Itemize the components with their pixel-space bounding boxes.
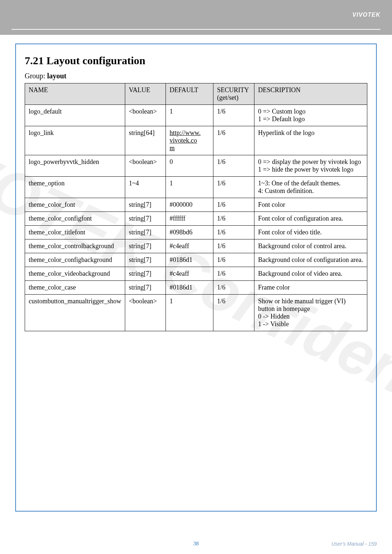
table-header-row: NAME VALUE DEFAULT SECURITY (get/set) DE… [25, 83, 367, 105]
cell-name: theme_color_configfont [25, 212, 125, 226]
table-row: theme_color_configfontstring[7]#ffffff1/… [25, 212, 367, 226]
cell-value: 1~4 [125, 177, 166, 198]
cell-name: theme_color_case [25, 281, 125, 295]
cell-value: string[7] [125, 212, 166, 226]
cell-value: <boolean> [125, 105, 166, 126]
cell-security: 1/6 [213, 226, 254, 239]
page-footer: 38 User's Manual - 159 [0, 541, 392, 547]
cell-security: 1/6 [213, 281, 254, 295]
header-separator [12, 29, 380, 30]
cell-default: #000000 [166, 198, 213, 212]
col-header-name: NAME [25, 83, 125, 105]
cell-name: theme_color_configbackground [25, 253, 125, 267]
cell-description: 0 => Custom logo 1 => Default logo [254, 105, 367, 126]
cell-security: 1/6 [213, 253, 254, 267]
cell-description: 1~3: One of the default themes. 4: Custo… [254, 177, 367, 198]
cell-value: string[7] [125, 226, 166, 239]
cell-value: string[7] [125, 198, 166, 212]
col-header-default: DEFAULT [166, 83, 213, 105]
table-row: theme_color_fontstring[7]#0000001/6Font … [25, 198, 367, 212]
cell-value: <boolean> [125, 295, 166, 331]
cell-name: logo_powerbyvvtk_hidden [25, 155, 125, 177]
cell-default: #0186d1 [166, 253, 213, 267]
inner-page-number: 38 [136, 541, 256, 547]
cell-default: #098bd6 [166, 226, 213, 239]
cell-security: 1/6 [213, 239, 254, 253]
table-row: logo_linkstring[64]http://www.vivotek.co… [25, 126, 367, 155]
default-link[interactable]: m [170, 144, 175, 152]
group-label: Group: [25, 72, 47, 80]
cell-default: #c4eaff [166, 267, 213, 281]
cell-default: 1 [166, 105, 213, 126]
table-row: theme_color_titlefontstring[7]#098bd61/6… [25, 226, 367, 239]
cell-default: #0186d1 [166, 281, 213, 295]
cell-default: 1 [166, 295, 213, 331]
table-row: logo_default<boolean>11/60 => Custom log… [25, 105, 367, 126]
cell-description: Frame color [254, 281, 367, 295]
table-row: custombutton_manualtrigger_show<boolean>… [25, 295, 367, 331]
cell-name: theme_color_font [25, 198, 125, 212]
cell-security: 1/6 [213, 105, 254, 126]
config-table: NAME VALUE DEFAULT SECURITY (get/set) DE… [25, 83, 367, 331]
content-frame: VIVOTEK Confidential 7.21 Layout configu… [15, 44, 377, 512]
cell-description: 0 => display the power by vivotek logo 1… [254, 155, 367, 177]
table-row: theme_color_controlbackgroundstring[7]#c… [25, 239, 367, 253]
cell-name: custombutton_manualtrigger_show [25, 295, 125, 331]
col-header-security: SECURITY (get/set) [213, 83, 254, 105]
table-row: theme_option1~411/61~3: One of the defau… [25, 177, 367, 198]
table-row: theme_color_configbackgroundstring[7]#01… [25, 253, 367, 267]
cell-default: http://www.vivotek.com [166, 126, 213, 155]
cell-description: Hyperlink of the logo [254, 126, 367, 155]
default-link[interactable]: http://www. [170, 129, 200, 136]
cell-security: 1/6 [213, 155, 254, 177]
cell-description: Font color of video title. [254, 226, 367, 239]
section-heading: 7.21 Layout configuration [25, 54, 367, 67]
cell-security: 1/6 [213, 295, 254, 331]
group-name: layout [47, 72, 66, 80]
table-row: theme_color_casestring[7]#0186d11/6Frame… [25, 281, 367, 295]
cell-security: 1/6 [213, 198, 254, 212]
cell-description: Font color of configuration area. [254, 212, 367, 226]
cell-security: 1/6 [213, 267, 254, 281]
brand-label: VIVOTEK [352, 12, 380, 18]
cell-name: logo_default [25, 105, 125, 126]
cell-default: 0 [166, 155, 213, 177]
cell-name: theme_option [25, 177, 125, 198]
table-row: logo_powerbyvvtk_hidden<boolean>01/60 =>… [25, 155, 367, 177]
manual-page-label: User's Manual - 159 [256, 541, 377, 547]
cell-value: string[7] [125, 253, 166, 267]
page-header-band: VIVOTEK [0, 0, 392, 35]
cell-value: <boolean> [125, 155, 166, 177]
cell-security: 1/6 [213, 212, 254, 226]
cell-value: string[7] [125, 267, 166, 281]
cell-value: string[7] [125, 281, 166, 295]
cell-default: #c4eaff [166, 239, 213, 253]
cell-description: Background color of video area. [254, 267, 367, 281]
cell-description: Font color [254, 198, 367, 212]
cell-description: Background color of control area. [254, 239, 367, 253]
col-header-value: VALUE [125, 83, 166, 105]
col-header-description: DESCRIPTION [254, 83, 367, 105]
cell-default: #ffffff [166, 212, 213, 226]
cell-description: Show or hide manual trigger (VI) button … [254, 295, 367, 331]
cell-default: 1 [166, 177, 213, 198]
cell-value: string[64] [125, 126, 166, 155]
cell-description: Background color of configuration area. [254, 253, 367, 267]
cell-name: logo_link [25, 126, 125, 155]
cell-name: theme_color_controlbackground [25, 239, 125, 253]
cell-name: theme_color_titlefont [25, 226, 125, 239]
cell-name: theme_color_videobackground [25, 267, 125, 281]
table-row: theme_color_videobackgroundstring[7]#c4e… [25, 267, 367, 281]
cell-security: 1/6 [213, 126, 254, 155]
group-line: Group: layout [25, 72, 367, 80]
default-link[interactable]: vivotek.co [170, 137, 197, 144]
cell-value: string[7] [125, 239, 166, 253]
cell-security: 1/6 [213, 177, 254, 198]
